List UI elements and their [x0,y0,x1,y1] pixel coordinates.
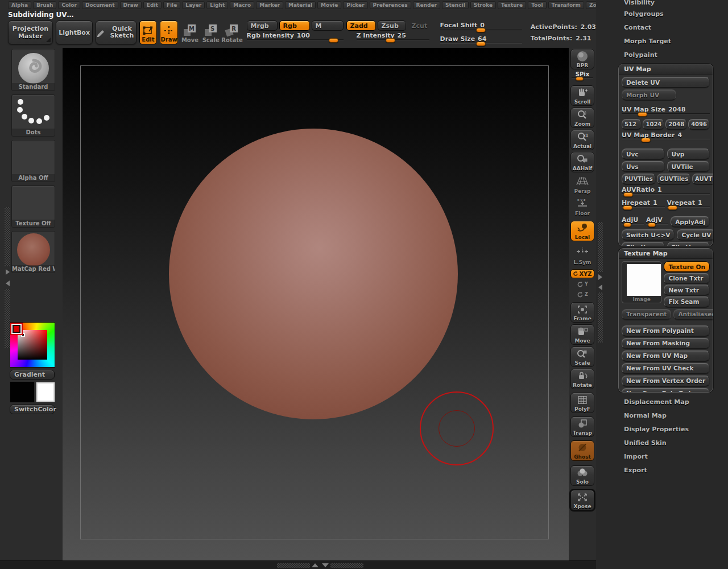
section-normal-map[interactable]: Normal Map [624,412,667,419]
polyframe-button[interactable]: PolyF [570,393,594,413]
uv-size-4096-button[interactable]: 4096 [688,119,710,130]
new-txtr-button[interactable]: New Txtr [664,284,710,295]
frame-button[interactable]: Frame [570,302,594,323]
menu-document[interactable]: Document [82,1,118,9]
ghost-button[interactable]: Ghost [570,440,594,461]
local-button[interactable]: Local [570,221,594,241]
xpose-button[interactable]: Xpose [570,490,594,510]
menu-tool[interactable]: Tool [528,1,546,9]
actual-button[interactable]: x1 Actual [570,130,594,150]
guvtiles-button[interactable]: GUVTiles [657,174,691,184]
section-contact[interactable]: Contact [624,24,651,31]
menu-alpha[interactable]: Alpha [8,1,31,9]
uvc-button[interactable]: Uvc [622,149,665,159]
flip-v-button[interactable]: Flip V [667,242,710,246]
adju-slider[interactable]: AdjU [622,216,644,228]
zcut-button[interactable]: Zcut [408,20,429,31]
applyadj-button[interactable]: ApplyAdj [671,216,710,227]
current-brush-thumbnail[interactable]: Standard [11,49,55,91]
z-intensity-slider[interactable]: Z Intensity25 [346,32,429,43]
open-tray-arrow-icon[interactable] [598,274,602,280]
open-tray-arrow-icon[interactable] [6,269,10,275]
cycle-uv-button[interactable]: Cycle UV [677,229,713,240]
switch-color-button[interactable]: SwitchColor [10,405,55,414]
delete-uv-button[interactable]: Delete UV [622,77,710,88]
new-from-polypaint-button[interactable]: New From Polypaint [622,325,710,336]
current-material-thumbnail[interactable]: MatCap Red Wa [11,231,55,273]
vrepeat-handle[interactable] [668,205,677,210]
fix-seam-button[interactable]: Fix Seam [664,296,710,307]
close-tray-arrow-icon[interactable] [598,284,602,290]
scroll-button[interactable]: Scroll [570,85,594,106]
zadd-button[interactable]: Zadd [346,20,376,31]
open-bottom-tray-arrow-icon[interactable] [312,563,318,567]
section-polypaint[interactable]: Polypaint [624,51,657,59]
antialiased-button[interactable]: Antialiased [673,309,713,320]
divider-grip[interactable] [5,207,10,266]
close-bottom-tray-arrow-icon[interactable] [322,563,329,567]
section-morph-target[interactable]: Morph Target [624,38,671,45]
aahalf-button[interactable]: AAHalf [570,152,594,172]
section-unified-skin[interactable]: Unified Skin [624,439,667,447]
lsym-button[interactable]: L.Sym [570,245,594,266]
switch-uv-button[interactable]: Switch U<>V [622,229,675,240]
uv-size-1024-button[interactable]: 1024 [643,119,664,130]
projection-master-button[interactable]: Projection Master [8,20,53,44]
menu-edit[interactable]: Edit [143,1,162,9]
focal-shift-handle[interactable] [476,28,486,32]
lightbox-button[interactable]: LightBox [56,20,93,44]
vrepeat-slider[interactable]: Vrepeat1 [667,199,710,211]
auv-ratio-slider[interactable]: AUVRatio1 [622,186,710,197]
spix-slider[interactable]: SPix [570,71,594,84]
uvtile-button[interactable]: UVTile [667,161,710,172]
uv-map-size-slider[interactable]: UV Map Size2048 [622,106,710,117]
color-picker[interactable] [10,322,55,368]
document-canvas[interactable] [63,48,569,560]
morph-uv-button[interactable]: Morph UV [622,89,676,100]
rotate-y-button[interactable]: Y [570,280,594,288]
menu-brush[interactable]: Brush [33,1,56,9]
uvp-button[interactable]: Uvp [667,149,710,159]
menu-picker[interactable]: Picker [343,1,367,9]
main-color-swatch[interactable] [10,381,35,403]
floor-button[interactable]: x y z Floor [570,196,594,217]
focal-shift-slider[interactable]: Focal Shift0 [440,22,522,33]
new-from-vertex-order-button[interactable]: New From Vertex Order [622,376,710,386]
section-polygroups[interactable]: Polygroups [624,10,664,18]
texture-map-header[interactable]: Texture Map [619,249,713,259]
current-texture-thumbnail[interactable]: Texture Off [11,185,55,228]
uv-map-header[interactable]: UV Map [619,64,713,75]
current-stroke-thumbnail[interactable]: Dots [11,94,55,137]
secondary-color-swatch[interactable] [36,382,55,402]
move-mode-button[interactable]: M Move [181,20,199,44]
zsub-button[interactable]: Zsub [378,20,406,31]
divider-grip[interactable] [598,222,603,272]
menu-preferences[interactable]: Preferences [370,1,411,9]
new-from-uv-map-button[interactable]: New From UV Map [622,351,710,361]
sphere-model[interactable] [169,129,458,419]
xyz-rotation-button[interactable]: XYZ [570,269,594,278]
section-visibility[interactable]: Visibility [624,0,655,6]
zoom-button[interactable]: Zoom [570,108,594,128]
rotate-z-button[interactable]: Z [570,290,594,299]
draw-size-handle[interactable] [476,42,486,46]
auv-ratio-handle[interactable] [623,192,633,197]
draw-mode-button[interactable]: Draw [160,20,178,44]
uvs-button[interactable]: Uvs [622,161,665,172]
uv-map-border-slider[interactable]: UV Map Border4 [622,131,710,143]
menu-material[interactable]: Material [285,1,316,9]
texture-image-thumbnail[interactable]: Image [622,261,661,303]
menu-transform[interactable]: Transform [548,1,584,9]
close-tray-arrow-icon[interactable] [6,281,10,286]
clone-txtr-button[interactable]: Clone Txtr [664,273,710,284]
adju-handle[interactable] [623,222,631,227]
menu-layer[interactable]: Layer [182,1,205,9]
puvtiles-button[interactable]: PUVTiles [622,174,656,184]
menu-render[interactable]: Render [413,1,440,9]
menu-stroke[interactable]: Stroke [470,1,496,9]
rgb-intensity-handle[interactable] [329,38,338,43]
bpr-button[interactable]: BPR [570,49,594,69]
new-from-masking-button[interactable]: New From Masking [622,338,710,349]
section-display-properties[interactable]: Display Properties [624,426,689,433]
transparent-button[interactable]: Transparent [622,309,671,320]
